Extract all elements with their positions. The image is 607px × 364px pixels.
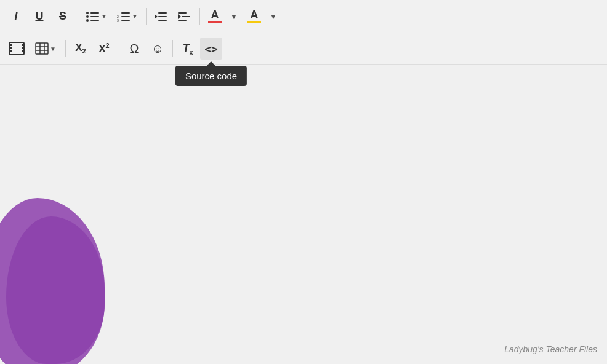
- svg-rect-26: [22, 50, 24, 52]
- media-embed-icon: [9, 42, 25, 55]
- svg-point-0: [86, 12, 89, 14]
- svg-rect-23: [9, 50, 12, 52]
- font-highlight-dropdown-arrow: ▼: [270, 12, 277, 21]
- italic-button[interactable]: I: [5, 6, 27, 28]
- font-color-bar: [208, 21, 222, 23]
- svg-rect-13: [158, 16, 167, 17]
- bullet-list-button[interactable]: ▼: [82, 6, 111, 28]
- font-color-dropdown-arrow: ▼: [230, 12, 238, 21]
- watermark-label: Ladybug's Teacher Files: [504, 344, 597, 354]
- svg-rect-5: [90, 20, 99, 21]
- separator-5: [119, 40, 119, 57]
- font-color-letter: A: [211, 9, 219, 20]
- svg-rect-21: [9, 44, 12, 46]
- svg-rect-7: [121, 12, 130, 14]
- bullet-list-dropdown-arrow: ▼: [101, 13, 107, 20]
- separator-3: [199, 8, 200, 25]
- table-icon: [35, 42, 49, 55]
- main-content: Ladybug's Teacher Files: [0, 65, 607, 364]
- separator-2: [146, 8, 147, 25]
- font-highlight-bar: [247, 21, 261, 23]
- subscript-label: X2: [75, 42, 86, 55]
- watermark-text: Ladybug's Teacher Files: [504, 344, 597, 354]
- strikethrough-icon: S: [59, 10, 66, 23]
- indent-button[interactable]: [174, 6, 196, 28]
- media-embed-button[interactable]: [5, 38, 28, 60]
- special-char-button[interactable]: Ω: [123, 38, 145, 60]
- svg-marker-19: [178, 14, 181, 19]
- svg-marker-15: [155, 14, 158, 19]
- separator-6: [172, 40, 173, 57]
- remove-format-icon: Tx: [183, 42, 193, 56]
- table-button[interactable]: ▼: [30, 38, 62, 60]
- svg-rect-16: [178, 12, 187, 14]
- omega-icon: Ω: [130, 42, 139, 56]
- svg-point-4: [86, 19, 89, 22]
- ordered-list-dropdown-arrow: ▼: [132, 13, 138, 20]
- outdent-icon: [155, 11, 168, 22]
- svg-rect-22: [9, 47, 12, 49]
- italic-icon: I: [14, 10, 17, 23]
- remove-format-button[interactable]: Tx: [177, 38, 199, 60]
- svg-rect-18: [178, 20, 187, 21]
- font-color-dropdown-button[interactable]: ▼: [227, 6, 239, 28]
- ordered-list-icon: 1. 2. 3.: [117, 11, 131, 22]
- bullet-list-icon: [86, 11, 100, 22]
- font-highlight-dropdown-button[interactable]: ▼: [267, 6, 279, 28]
- source-code-button[interactable]: <>: [200, 38, 222, 60]
- svg-rect-9: [121, 16, 130, 17]
- indent-icon: [178, 11, 191, 22]
- svg-rect-17: [182, 16, 190, 17]
- emoji-button[interactable]: ☺: [147, 38, 169, 60]
- svg-rect-1: [90, 12, 99, 14]
- separator-4: [65, 40, 66, 57]
- ladybug-image-area: [0, 180, 123, 364]
- toolbar-row-2: ▼ X2 X2 Ω ☺ Tx <>: [0, 33, 607, 64]
- svg-rect-12: [158, 12, 167, 14]
- toolbar-container: I U S ▼ 1. 2.: [0, 0, 607, 65]
- font-highlight-button[interactable]: A: [243, 6, 265, 28]
- source-code-icon: <>: [204, 42, 218, 55]
- svg-text:3.: 3.: [117, 18, 119, 22]
- svg-rect-11: [121, 20, 130, 21]
- table-dropdown-arrow: ▼: [50, 46, 56, 52]
- svg-rect-3: [90, 16, 99, 17]
- ordered-list-button[interactable]: 1. 2. 3. ▼: [113, 6, 142, 28]
- subscript-button[interactable]: X2: [70, 38, 92, 60]
- svg-rect-27: [36, 43, 48, 54]
- svg-rect-24: [22, 44, 24, 46]
- superscript-label: X2: [98, 42, 109, 55]
- svg-point-2: [86, 15, 89, 18]
- svg-rect-14: [158, 20, 167, 21]
- underline-icon: U: [36, 10, 44, 23]
- outdent-button[interactable]: [150, 6, 172, 28]
- toolbar-row-1: I U S ▼ 1. 2.: [0, 0, 607, 33]
- font-highlight-letter: A: [251, 9, 259, 20]
- separator-1: [78, 8, 78, 25]
- font-color-button[interactable]: A: [204, 6, 226, 28]
- underline-button[interactable]: U: [28, 6, 50, 28]
- svg-rect-25: [22, 47, 24, 49]
- emoji-icon: ☺: [151, 42, 164, 56]
- strikethrough-button[interactable]: S: [52, 6, 74, 28]
- source-code-container: <> Source code: [200, 38, 222, 60]
- superscript-button[interactable]: X2: [93, 38, 115, 60]
